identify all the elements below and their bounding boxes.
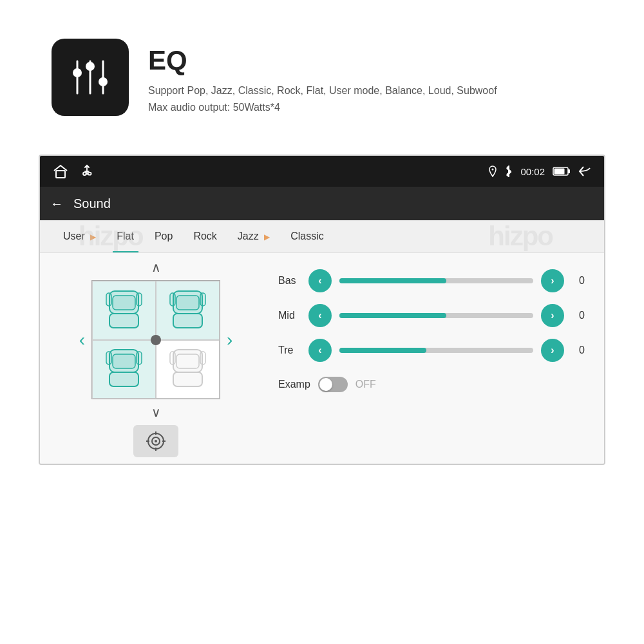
bas-increase-button[interactable]: ›: [541, 269, 564, 292]
examp-label: Examp: [278, 379, 310, 390]
examp-state: OFF: [355, 379, 376, 390]
seat-bottom-right[interactable]: [156, 340, 220, 399]
eq-text-block: EQ Support Pop, Jazz, Classic, Rock, Fla…: [148, 39, 497, 115]
usb-icon: [81, 164, 93, 178]
svg-point-11: [492, 169, 494, 171]
eq-mode-rock[interactable]: Rock: [183, 228, 227, 245]
seat-icon-br: [167, 346, 209, 392]
svg-rect-15: [568, 169, 570, 173]
svg-rect-22: [176, 296, 199, 310]
battery-icon: [553, 166, 571, 176]
mid-slider-fill: [339, 313, 446, 318]
svg-rect-28: [109, 372, 138, 386]
mid-control-row: Mid ‹ › 0: [278, 304, 585, 327]
svg-rect-14: [554, 169, 565, 175]
mid-value: 0: [572, 310, 585, 321]
left-arrow-button[interactable]: ‹: [79, 330, 85, 350]
eq-modes-row: User ▶ Flat Pop Rock Jazz ▶ Classic hizp…: [40, 220, 604, 253]
svg-rect-24: [170, 293, 175, 306]
down-arrow-button[interactable]: ∨: [151, 404, 161, 420]
status-time: 00:02: [520, 166, 545, 177]
svg-rect-17: [113, 296, 135, 310]
bas-decrease-button[interactable]: ‹: [308, 269, 332, 292]
svg-point-5: [99, 77, 108, 86]
eq-mode-jazz[interactable]: Jazz ▶: [227, 228, 280, 245]
eq-mode-user[interactable]: User ▶: [53, 228, 106, 245]
svg-rect-20: [137, 293, 142, 306]
svg-rect-33: [173, 372, 202, 386]
up-arrow-button[interactable]: ∧: [151, 260, 161, 275]
car-seat-container: ‹: [79, 280, 233, 399]
target-icon: [146, 431, 166, 451]
svg-point-9: [83, 172, 86, 175]
home-icon: [53, 164, 68, 178]
equalizer-icon: [68, 55, 113, 100]
bas-label: Bas: [278, 275, 301, 287]
examp-row: Examp OFF: [278, 377, 585, 392]
location-icon: [488, 166, 497, 177]
device-screen: 00:02 ← Sound User ▶ Flat Pop Roc: [39, 155, 605, 465]
svg-rect-18: [109, 314, 138, 328]
tre-increase-button[interactable]: ›: [541, 339, 564, 362]
eq-mode-classic[interactable]: Classic: [280, 228, 334, 245]
mid-decrease-button[interactable]: ‹: [308, 304, 332, 327]
seat-grid: [91, 280, 220, 399]
nav-bar: ← Sound: [40, 187, 604, 220]
seat-icon-bl: [103, 346, 145, 392]
eq-mode-flat[interactable]: Flat: [106, 228, 144, 245]
svg-rect-10: [88, 173, 91, 175]
svg-point-3: [86, 62, 95, 71]
svg-rect-29: [106, 352, 111, 365]
seat-top-left[interactable]: [92, 281, 156, 340]
bas-control-row: Bas ‹ › 0: [278, 269, 585, 292]
eq-icon-box: [52, 39, 129, 116]
watermark-right: hizpo: [488, 221, 553, 252]
seat-icon-tl: [103, 288, 145, 333]
examp-toggle[interactable]: [318, 377, 348, 392]
seat-bottom-left[interactable]: [92, 340, 156, 399]
svg-rect-30: [137, 352, 142, 365]
right-arrow-button[interactable]: ›: [227, 330, 232, 350]
svg-point-38: [155, 440, 157, 442]
svg-rect-27: [113, 354, 135, 368]
eq-title: EQ: [148, 45, 497, 76]
mid-increase-button[interactable]: ›: [541, 304, 564, 327]
status-right-icons: 00:02: [488, 166, 591, 177]
seat-top-right[interactable]: [156, 281, 220, 340]
tre-slider-fill: [339, 348, 426, 353]
svg-point-1: [73, 68, 82, 77]
mid-label: Mid: [278, 310, 301, 321]
tre-label: Tre: [278, 345, 301, 356]
svg-rect-25: [200, 293, 205, 306]
bas-slider-track[interactable]: [339, 278, 533, 283]
nav-title: Sound: [73, 196, 111, 211]
svg-rect-19: [106, 293, 111, 306]
target-button[interactable]: [133, 425, 178, 457]
tre-value: 0: [572, 345, 585, 356]
svg-rect-6: [56, 171, 65, 178]
seat-icon-tr: [167, 288, 209, 333]
eq-description: Support Pop, Jazz, Classic, Rock, Flat, …: [148, 82, 497, 115]
svg-rect-23: [173, 314, 202, 328]
center-dot: [151, 335, 161, 345]
bas-value: 0: [572, 275, 585, 287]
tre-decrease-button[interactable]: ‹: [308, 339, 332, 362]
tre-control-row: Tre ‹ › 0: [278, 339, 585, 362]
back-button[interactable]: ←: [50, 196, 63, 211]
main-content: ∧ ‹: [40, 253, 604, 464]
eq-info-section: EQ Support Pop, Jazz, Classic, Rock, Fla…: [0, 0, 644, 142]
tre-slider-track[interactable]: [339, 348, 533, 353]
toggle-knob: [319, 378, 332, 391]
status-bar: 00:02: [40, 156, 604, 187]
right-panel: Bas ‹ › 0 Mid ‹ › 0 Tre ‹: [272, 260, 591, 457]
eq-mode-pop[interactable]: Pop: [144, 228, 183, 245]
bas-slider-fill: [339, 278, 446, 283]
bluetooth-icon: [505, 166, 513, 177]
user-play-icon: ▶: [90, 232, 96, 242]
back-icon[interactable]: [578, 166, 591, 177]
status-left-icons: [53, 164, 93, 178]
left-panel: ∧ ‹: [53, 260, 259, 457]
mid-slider-track[interactable]: [339, 313, 533, 318]
jazz-play-icon: ▶: [264, 232, 270, 242]
